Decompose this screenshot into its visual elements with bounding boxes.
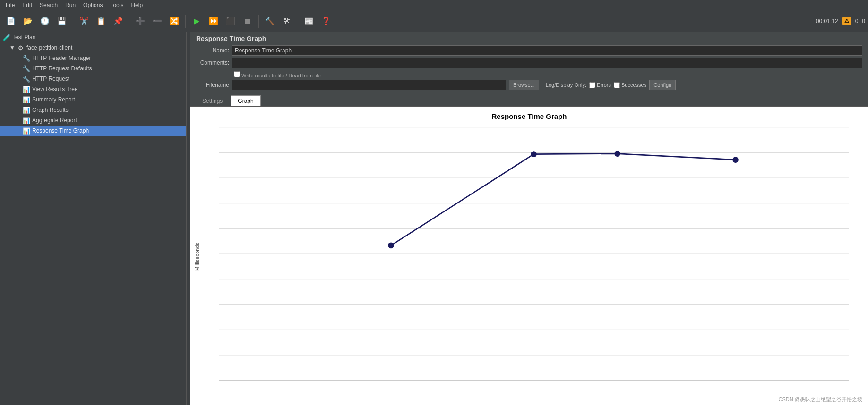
sep5 [298,15,298,28]
remote-start-button[interactable]: 🔨 [262,13,278,29]
toolbar: 📄 📂 🕒 💾 ✂️ 📋 📌 ➕ ➖ 🔀 ▶ ⏩ ⬛ ⏹ 🔨 🛠 📰 ❓ 00:… [0,10,868,32]
tree-item-aggregate-report[interactable]: 📊 Aggregate Report [0,115,186,126]
data-point-2 [531,151,536,157]
sep3 [185,15,186,28]
comments-input[interactable] [232,58,862,68]
start-button[interactable]: ▶ [189,13,205,29]
resize-handle[interactable]: ⋮ [187,32,190,405]
sep1 [73,15,73,28]
warning-count: 0 [855,18,859,25]
comments-label: Comments: [196,59,229,66]
tree-panel: 🧪 Test Plan ▼ ⚙ face-petition-client 🔧 H… [0,32,187,405]
aggregate-report-icon: 📊 [23,117,30,124]
shutdown-button[interactable]: ⏹ [240,13,256,29]
error-count: 0 [862,18,865,25]
write-results-checkbox[interactable] [234,71,240,77]
toggle-button[interactable]: 🔀 [166,13,182,29]
main-layout: 🧪 Test Plan ▼ ⚙ face-petition-client 🔧 H… [0,32,868,405]
tree-item-label: Summary Report [32,96,75,103]
tree-item-http-header[interactable]: 🔧 HTTP Header Manager [0,53,186,63]
summary-report-icon: 📊 [23,96,30,103]
tree-item-label: face-petition-client [26,44,72,51]
tree-item-view-results[interactable]: 📊 View Results Tree [0,84,186,94]
tree-item-response-time-graph[interactable]: 📊 Response Time Graph [0,126,186,136]
save-recent-button[interactable]: 🕒 [37,13,53,29]
tab-settings[interactable]: Settings [195,95,230,106]
watermark: CSDN @愚昧之山绝望之谷开悟之坡 [779,396,862,403]
errors-checkbox[interactable] [589,82,595,88]
tree-item-face-petition[interactable]: ▼ ⚙ face-petition-client [0,42,186,53]
tree-item-http-request[interactable]: 🔧 HTTP Request [0,74,186,84]
tabs-bar: Settings Graph [190,93,868,107]
browse-button[interactable]: Browse... [509,80,539,90]
copy-button[interactable]: 📋 [93,13,109,29]
name-input[interactable] [232,45,862,56]
graph-results-icon: 📊 [23,106,30,114]
tree-item-label: Response Time Graph [32,127,89,134]
template-button[interactable]: 📰 [301,13,317,29]
help-button[interactable]: ❓ [318,13,334,29]
log-display-label: Log/Display Only: [546,82,586,88]
menu-file[interactable]: File [2,1,18,9]
menu-edit[interactable]: Edit [18,1,36,9]
successes-checkbox[interactable] [614,82,620,88]
name-row: Name: [196,45,862,56]
stop-button[interactable]: ⬛ [223,13,239,29]
tree-item-summary-report[interactable]: 📊 Summary Report [0,94,186,105]
content-panel: Response Time Graph Name: Comments: Writ… [190,32,868,405]
write-results-text: Write results to file / Read from file [241,73,321,78]
remote-stop-button[interactable]: 🛠 [279,13,295,29]
menu-search[interactable]: Search [36,1,61,9]
filename-input[interactable] [232,80,506,90]
tree-item-graph-results[interactable]: 📊 Graph Results [0,105,186,115]
new-button[interactable]: 📄 [3,13,19,29]
errors-label: Errors [597,82,611,88]
menu-options[interactable]: Options [79,1,106,9]
warning-badge: ⚠ [842,17,851,25]
http-request-icon: 🔧 [23,75,30,83]
tree-item-label: View Results Tree [32,86,78,93]
filename-row: Filename Browse... Log/Display Only: Err… [196,80,862,90]
menu-help[interactable]: Help [127,1,146,9]
save-button[interactable]: 💾 [54,13,70,29]
errors-checkbox-label: Errors [589,82,611,88]
tree-item-label: Graph Results [32,107,69,113]
toolbar-right: 00:01:12 ⚠ 0 0 [816,17,865,25]
tree-item-http-defaults[interactable]: 🔧 HTTP Request Defaults [0,63,186,74]
panel-title: Response Time Graph [196,35,862,42]
cut-button[interactable]: ✂️ [76,13,92,29]
config-button[interactable]: Configu [649,80,676,90]
expand-button[interactable]: ➕ [132,13,148,29]
tab-graph[interactable]: Graph [231,95,260,106]
menu-tools[interactable]: Tools [106,1,127,9]
content-header: Response Time Graph Name: Comments: Writ… [190,32,868,93]
tree-item-label: Aggregate Report [32,117,77,124]
open-button[interactable]: 📂 [20,13,36,29]
paste-button[interactable]: 📌 [110,13,126,29]
filename-label: Filename [196,82,229,88]
y-axis-label: Milliseconds [194,243,200,271]
successes-label: Successes [621,82,646,88]
face-petition-icon: ⚙ [17,44,25,51]
graph-title: Response Time Graph [190,107,868,122]
name-label: Name: [196,47,229,54]
sep4 [258,15,259,28]
start-no-pause-button[interactable]: ⏩ [206,13,222,29]
successes-checkbox-label: Successes [614,82,646,88]
write-results-row: Write results to file / Read from file [196,70,862,80]
chart-svg: 30,000 27,000 24,000 21,000 18,000 15,00… [219,122,859,391]
expand-arrow-icon: ▼ [9,44,15,51]
tree-item-label: HTTP Request Defaults [32,65,92,72]
tree-item-label: HTTP Header Manager [32,55,91,61]
timer-display: 00:01:12 [816,18,838,25]
y-axis-label-container: Milliseconds [192,122,202,391]
tree-item-label: Test Plan [12,34,35,41]
menu-run[interactable]: Run [61,1,79,9]
write-results-checkbox-label: Write results to file / Read from file [234,73,321,78]
view-results-icon: 📊 [23,85,30,93]
collapse-button[interactable]: ➖ [149,13,165,29]
tree-item-test-plan[interactable]: 🧪 Test Plan [0,32,186,42]
tree-item-label: HTTP Request [32,76,69,82]
data-point-3 [614,151,620,157]
test-plan-icon: 🧪 [3,34,10,41]
